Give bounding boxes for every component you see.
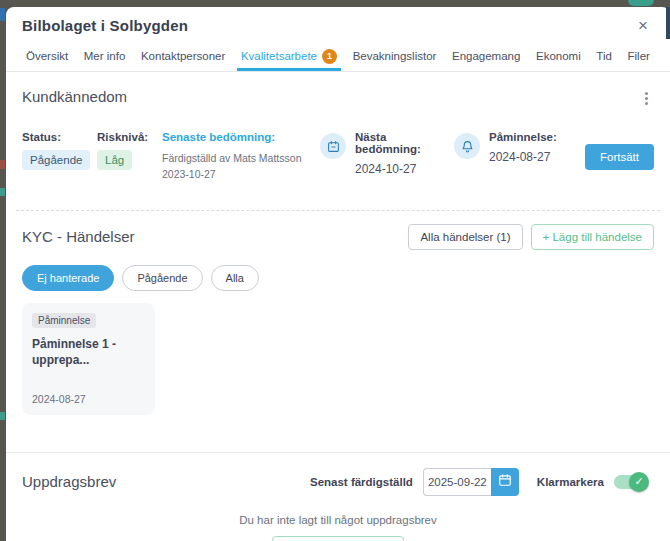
last-assessment-value: Färdigställd av Mats Mattsson 2023-10-27 [162, 151, 307, 183]
next-assessment-label: Nästa bedömning: [355, 131, 454, 155]
tab-filer[interactable]: Filer [624, 44, 654, 71]
backdrop-fragment [0, 8, 5, 21]
completed-date-group [423, 468, 519, 496]
date-picker-button[interactable] [491, 468, 519, 496]
filter-ej-hanterade[interactable]: Ej hanterade [22, 265, 114, 291]
tab-kvalitetsarbete[interactable]: Kvalitetsarbete 1 [237, 44, 341, 71]
klarmarkera-toggle[interactable]: ✓ [614, 475, 646, 489]
reminder-label: Påminnelse: [489, 131, 557, 143]
risk-field: Risknivå: Låg [97, 131, 162, 170]
tab-count-badge: 1 [322, 49, 337, 64]
tab-bevakningslistor[interactable]: Bevakningslistor [349, 44, 441, 71]
backdrop-fragment [0, 160, 5, 169]
backdrop-fragment [0, 188, 5, 196]
status-field: Status: Pågående [22, 131, 97, 170]
kyc-section: KYC - Händelser Alla händelser (1) + Läg… [6, 211, 670, 415]
klarmarkera-label: Klarmarkera [537, 476, 604, 488]
event-title: Påminnelse 1 - upprepa... [32, 336, 145, 368]
status-badge: Pågående [22, 150, 90, 170]
close-button[interactable]: × [632, 15, 654, 36]
tab-oversikt[interactable]: Översikt [22, 44, 72, 71]
backdrop-fragment [666, 7, 670, 39]
risk-label: Risknivå: [97, 131, 162, 143]
calendar-icon [498, 473, 512, 490]
tab-mer-info[interactable]: Mer info [80, 44, 130, 71]
kundkannedom-section: Kundkännedom Status: Pågående Risknivå: … [6, 72, 670, 183]
check-icon: ✓ [629, 472, 649, 492]
screen-backdrop: Bilbolaget i Solbygden × Översikt Mer in… [0, 0, 670, 541]
event-type-badge: Påminnelse [32, 313, 96, 328]
last-assessment-link[interactable]: Senaste bedömning: [162, 131, 320, 143]
continue-button[interactable]: Fortsätt [585, 144, 654, 170]
close-icon: × [638, 16, 648, 35]
reminder-field: Påminnelse: 2024-08-27 [454, 131, 582, 164]
tab-ekonomi[interactable]: Ekonomi [532, 44, 585, 71]
empty-state-text: Du har inte lagt till något uppdragsbrev [22, 514, 654, 526]
risk-badge: Låg [97, 150, 132, 170]
all-events-button[interactable]: Alla händelser (1) [408, 224, 522, 250]
bell-icon [454, 133, 480, 159]
tab-kontaktpersoner[interactable]: Kontaktpersoner [137, 44, 229, 71]
dialog-header: Bilbolaget i Solbygden × [6, 7, 670, 44]
kundkannedom-title: Kundkännedom [22, 88, 127, 105]
event-filters: Ej hanterade Pågående Alla [22, 265, 654, 291]
backdrop-fragment [0, 412, 5, 420]
last-assessment-field: Senaste bedömning: Färdigställd av Mats … [162, 131, 320, 183]
dialog-title: Bilbolaget i Solbygden [22, 17, 188, 34]
status-label: Status: [22, 131, 97, 143]
backdrop-fragment [628, 0, 654, 6]
uppdragsbrev-title: Uppdragsbrev [22, 473, 116, 490]
add-event-button[interactable]: + Lägg till händelse [531, 224, 654, 250]
more-vertical-icon[interactable] [639, 88, 654, 109]
filter-pagaende[interactable]: Pågående [122, 265, 202, 291]
tab-tid[interactable]: Tid [592, 44, 616, 71]
filter-alla[interactable]: Alla [211, 265, 259, 291]
completed-date-input[interactable] [423, 468, 491, 496]
tab-bar: Översikt Mer info Kontaktpersoner Kvalit… [6, 44, 670, 72]
add-reference-button[interactable]: + Lägg till hänvisning [272, 536, 404, 541]
next-assessment-field: Nästa bedömning: 2024-10-27 [320, 131, 454, 176]
kyc-title: KYC - Händelser [22, 228, 135, 245]
event-date: 2024-08-27 [32, 393, 145, 405]
tab-engagemang[interactable]: Engagemang [448, 44, 524, 71]
next-assessment-value: 2024-10-27 [355, 162, 454, 176]
calendar-icon [320, 133, 346, 159]
reminder-value: 2024-08-27 [489, 150, 557, 164]
event-card[interactable]: Påminnelse Påminnelse 1 - upprepa... 202… [22, 303, 155, 415]
uppdragsbrev-section: Uppdragsbrev Senast färdigställd Klarmar… [6, 453, 670, 541]
customer-dialog: Bilbolaget i Solbygden × Översikt Mer in… [6, 7, 670, 541]
completed-date-label: Senast färdigställd [310, 476, 413, 488]
